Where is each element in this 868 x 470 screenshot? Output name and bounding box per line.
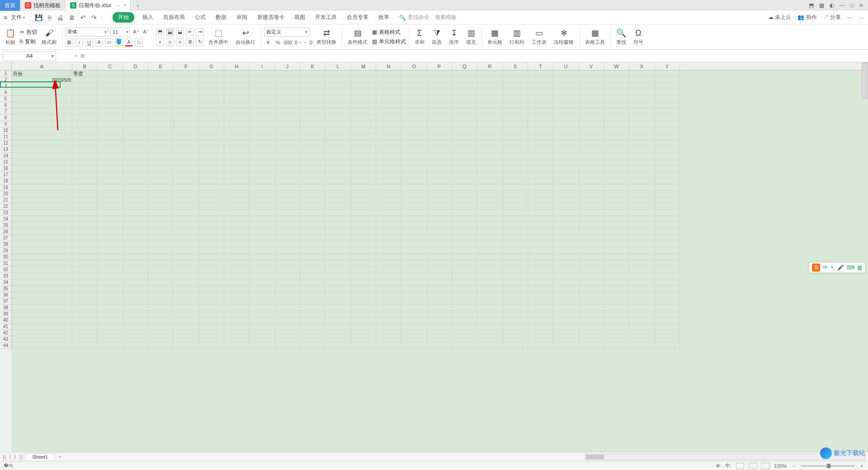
cell-N30[interactable] bbox=[376, 254, 401, 260]
cell-U4[interactable] bbox=[553, 89, 579, 96]
cell-U1[interactable] bbox=[553, 70, 579, 77]
col-header-L[interactable]: L bbox=[326, 62, 351, 70]
cell-E43[interactable] bbox=[148, 336, 174, 343]
cell-Y24[interactable] bbox=[655, 216, 680, 222]
cell-Q44[interactable] bbox=[452, 343, 477, 349]
cell-L1[interactable] bbox=[326, 70, 351, 77]
cell-H14[interactable] bbox=[224, 153, 250, 159]
cell-U35[interactable] bbox=[553, 286, 579, 292]
cell-F20[interactable] bbox=[174, 191, 199, 197]
cell-F21[interactable] bbox=[174, 197, 199, 203]
cell-S13[interactable] bbox=[503, 146, 528, 153]
indent-dec[interactable]: ⇤ bbox=[186, 28, 194, 36]
cell-V4[interactable] bbox=[579, 89, 604, 96]
ribbon-tab-layout[interactable]: 页面布局 bbox=[161, 12, 187, 23]
cell-E32[interactable] bbox=[148, 267, 174, 273]
cell-J19[interactable] bbox=[275, 184, 300, 191]
cell-K30[interactable] bbox=[300, 254, 326, 260]
row-header-11[interactable]: 11 bbox=[0, 134, 12, 140]
col-header-S[interactable]: S bbox=[503, 62, 528, 70]
cell-N29[interactable] bbox=[376, 248, 401, 254]
cell-E20[interactable] bbox=[148, 191, 174, 197]
cell-U9[interactable] bbox=[553, 121, 579, 127]
cell-F37[interactable] bbox=[174, 298, 199, 305]
cell-U19[interactable] bbox=[553, 184, 579, 191]
cell-R43[interactable] bbox=[477, 336, 503, 343]
cell-Q20[interactable] bbox=[452, 191, 477, 197]
cell-U44[interactable] bbox=[553, 343, 579, 349]
ribbon-tab-efficiency[interactable]: 效率 bbox=[377, 12, 391, 23]
cell-O3[interactable] bbox=[401, 83, 427, 89]
cell-O33[interactable] bbox=[401, 273, 427, 279]
cell-H8[interactable] bbox=[224, 115, 250, 121]
cell-L21[interactable] bbox=[326, 197, 351, 203]
file-menu[interactable]: 文件▾ bbox=[11, 14, 25, 21]
cell-N19[interactable] bbox=[376, 184, 401, 191]
cell-K11[interactable] bbox=[300, 134, 326, 140]
cell-O38[interactable] bbox=[401, 305, 427, 311]
cell-Y9[interactable] bbox=[655, 121, 680, 127]
col-header-F[interactable]: F bbox=[174, 62, 199, 70]
cell-B7[interactable] bbox=[72, 108, 98, 115]
cell-S15[interactable] bbox=[503, 159, 528, 165]
cell-G8[interactable] bbox=[199, 115, 224, 121]
row-header-2[interactable]: 2 bbox=[0, 77, 12, 83]
cell-F14[interactable] bbox=[174, 153, 199, 159]
cell-B8[interactable] bbox=[72, 115, 98, 121]
cell-L11[interactable] bbox=[326, 134, 351, 140]
cell-X3[interactable] bbox=[629, 83, 655, 89]
cell-L37[interactable] bbox=[326, 298, 351, 305]
cell-E1[interactable] bbox=[148, 70, 174, 77]
cell-C38[interactable] bbox=[98, 305, 123, 311]
cell-V25[interactable] bbox=[579, 222, 604, 229]
cell-R1[interactable] bbox=[477, 70, 503, 77]
cell-E30[interactable] bbox=[148, 254, 174, 260]
cell-A40[interactable] bbox=[12, 317, 72, 324]
cell-X26[interactable] bbox=[629, 229, 655, 235]
cond-format[interactable]: ▤条件格式 bbox=[345, 25, 370, 49]
cell-C18[interactable] bbox=[98, 178, 123, 184]
cell-P24[interactable] bbox=[427, 216, 452, 222]
cell-D18[interactable] bbox=[123, 178, 148, 184]
cell-N9[interactable] bbox=[376, 121, 401, 127]
cell-L35[interactable] bbox=[326, 286, 351, 292]
cell-Q24[interactable] bbox=[452, 216, 477, 222]
cell-T33[interactable] bbox=[528, 273, 553, 279]
cell-F10[interactable] bbox=[174, 127, 199, 134]
row-header-39[interactable]: 39 bbox=[0, 311, 12, 317]
cell-W4[interactable] bbox=[604, 89, 629, 96]
cell-R39[interactable] bbox=[477, 311, 503, 317]
row-header-18[interactable]: 18 bbox=[0, 178, 12, 184]
cell-A20[interactable] bbox=[12, 191, 72, 197]
cell-G10[interactable] bbox=[199, 127, 224, 134]
cell-W44[interactable] bbox=[604, 343, 629, 349]
cell-L27[interactable] bbox=[326, 235, 351, 241]
cell-M24[interactable] bbox=[351, 216, 376, 222]
merge-center[interactable]: ⬚合并居中 bbox=[206, 25, 231, 49]
cell-P2[interactable] bbox=[427, 77, 452, 83]
cell-P9[interactable] bbox=[427, 121, 452, 127]
align-left[interactable]: ≡ bbox=[156, 38, 164, 46]
cell-P37[interactable] bbox=[427, 298, 452, 305]
cell-V21[interactable] bbox=[579, 197, 604, 203]
row-header-21[interactable]: 21 bbox=[0, 197, 12, 203]
row-header-40[interactable]: 40 bbox=[0, 317, 12, 324]
cell-G29[interactable] bbox=[199, 248, 224, 254]
cell-O9[interactable] bbox=[401, 121, 427, 127]
cell-R3[interactable] bbox=[477, 83, 503, 89]
cell-I33[interactable] bbox=[250, 273, 275, 279]
cell-M10[interactable] bbox=[351, 127, 376, 134]
cell-Q19[interactable] bbox=[452, 184, 477, 191]
cell-X30[interactable] bbox=[629, 254, 655, 260]
cell-D30[interactable] bbox=[123, 254, 148, 260]
cell-O32[interactable] bbox=[401, 267, 427, 273]
col-header-I[interactable]: I bbox=[250, 62, 275, 70]
cell-H15[interactable] bbox=[224, 159, 250, 165]
cell-H2[interactable] bbox=[224, 77, 250, 83]
cell-K14[interactable] bbox=[300, 153, 326, 159]
cell-M34[interactable] bbox=[351, 279, 376, 286]
cell-K19[interactable] bbox=[300, 184, 326, 191]
cell-I9[interactable] bbox=[250, 121, 275, 127]
cell-Y37[interactable] bbox=[655, 298, 680, 305]
cell-V16[interactable] bbox=[579, 165, 604, 172]
